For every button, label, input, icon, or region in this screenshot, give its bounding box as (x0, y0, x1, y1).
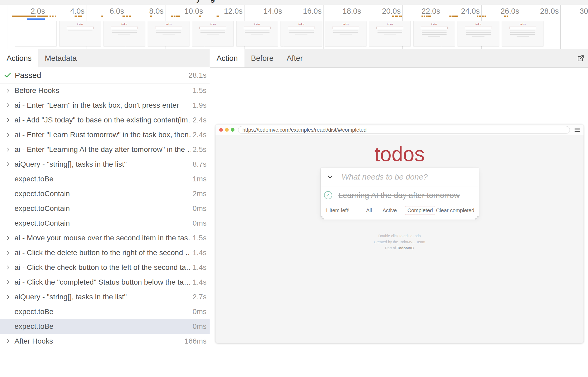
action-time-mark (485, 16, 486, 17)
action-row[interactable]: After Hooks166ms (0, 334, 210, 349)
action-row[interactable]: ai - Click the delete button to the righ… (0, 245, 210, 260)
action-row[interactable]: expect.toContain2ms (0, 186, 210, 201)
tab-after-label: After (287, 54, 303, 63)
action-row[interactable]: expect.toBe0ms (0, 304, 210, 319)
open-snapshot-button[interactable] (574, 49, 588, 67)
action-row[interactable]: expect.toBe1ms (0, 172, 210, 186)
browser-chrome: https://todomvc.com/examples/react/dist/… (215, 125, 584, 135)
action-time-mark (50, 16, 51, 17)
thumbnail-app-title: todos (210, 23, 216, 26)
address-bar[interactable]: https://todomvc.com/examples/react/dist/… (238, 126, 570, 134)
tab-action[interactable]: Action (210, 49, 244, 67)
tabbar-spacer (309, 49, 574, 67)
filmstrip-thumbnail[interactable]: todos (458, 21, 499, 46)
action-row-label: After Hooks (14, 337, 182, 345)
action-time-mark (53, 16, 54, 17)
filmstrip-thumbnail[interactable]: todos (369, 21, 411, 46)
action-time-mark (126, 16, 128, 17)
action-row-duration: 1.4s (193, 249, 207, 257)
actions-panel: Actions Metadata Passed 28.1s Before Hoo… (0, 49, 210, 377)
action-row-label: ai - Enter "Learn Rust tomorrow" in the … (14, 131, 190, 139)
action-time-mark (477, 16, 478, 17)
filmstrip-thumbnail[interactable]: todos (148, 21, 189, 46)
action-row[interactable]: ai - Enter "Learn Rust tomorrow" in the … (0, 127, 210, 142)
action-time-mark (171, 16, 173, 17)
filmstrip-thumbnail[interactable]: todos (281, 21, 322, 46)
tab-before-label: Before (251, 54, 273, 63)
filmstrip-thumbnail[interactable]: todos (104, 21, 145, 46)
thumbnail-app-title: todos (476, 23, 481, 26)
toggle-all-button[interactable] (326, 173, 334, 181)
tab-after[interactable]: After (280, 49, 309, 67)
action-time-mark (479, 16, 481, 17)
test-status-duration: 28.1s (189, 71, 207, 80)
menu-icon[interactable] (575, 128, 580, 132)
selected-action-time-bar (27, 18, 45, 20)
filmstrip-thumbnail[interactable]: todos (325, 21, 366, 46)
action-row[interactable]: ai - Click the "completed" Status button… (0, 275, 210, 290)
action-row-label: ai - Click the delete button to the righ… (14, 249, 190, 257)
action-row-duration: 2.7s (193, 293, 207, 301)
filter-active[interactable]: Active (380, 206, 399, 215)
filmstrip-thumbnail[interactable]: todos (236, 21, 278, 46)
action-time-mark (129, 16, 131, 17)
chevron-down-icon (326, 173, 334, 181)
action-row[interactable]: ai - Move your mouse over the second ite… (0, 231, 210, 245)
todo-item-label[interactable]: Learning AI the day after tomorrow (339, 191, 460, 200)
filmstrip-thumbnail[interactable]: todos (192, 21, 234, 46)
browser-snapshot: https://todomvc.com/examples/react/dist/… (215, 125, 584, 343)
action-row-duration: 0ms (193, 322, 207, 331)
action-row[interactable]: ai - Enter "Learn" in the task box, don'… (0, 98, 210, 113)
filter-all[interactable]: All (364, 206, 374, 215)
test-status-row[interactable]: Passed 28.1s (0, 67, 210, 83)
action-row[interactable]: ai - Click the check button to the left … (0, 260, 210, 275)
action-time-mark (176, 16, 178, 17)
todo-footer: 1 item left! All Active Completed Clear … (321, 204, 479, 216)
tab-actions[interactable]: Actions (0, 49, 38, 67)
action-row[interactable]: expect.toContain0ms (0, 201, 210, 216)
filmstrip-thumbnail[interactable] (15, 21, 57, 46)
timeline-tick-label: 30.0s (567, 7, 588, 16)
filmstrip-thumbnail[interactable]: todos (59, 21, 101, 46)
filmstrip-thumbnail[interactable]: todos (502, 21, 543, 46)
action-row[interactable]: Before Hooks1.5s (0, 83, 210, 98)
action-time-mark (454, 16, 456, 17)
action-row[interactable]: expect.toContain0ms (0, 216, 210, 231)
timeline-tick-label: 24.0s (448, 7, 480, 16)
minimize-window-icon (225, 128, 229, 132)
action-time-mark (217, 16, 219, 17)
timeline-ruler[interactable]: 2.0s4.0s6.0s8.0s10.0s12.0s14.0s16.0s18.0… (0, 5, 588, 49)
action-time-mark (456, 16, 458, 17)
action-row[interactable]: expect.toBe0ms (0, 319, 210, 334)
action-row[interactable]: ai - Add "JS today" to base on the exist… (0, 113, 210, 127)
action-row[interactable]: ai - Enter "Learning AI the day after to… (0, 142, 210, 157)
action-time-mark (424, 16, 425, 17)
external-link-icon (577, 55, 584, 62)
action-row-label: expect.toContain (14, 219, 190, 227)
left-tabbar: Actions Metadata (0, 49, 210, 68)
chevron-right-icon (5, 117, 14, 123)
action-row[interactable]: aiQuery - "string[], tasks in the list"8… (0, 157, 210, 172)
action-time-mark (392, 16, 394, 17)
tab-metadata[interactable]: Metadata (38, 49, 83, 67)
action-row-label: ai - Enter "Learning AI the day after to… (14, 145, 190, 154)
filmstrip-thumbnail[interactable]: todos (413, 21, 455, 46)
tab-metadata-label: Metadata (45, 54, 77, 63)
action-row-label: ai - Move your mouse over the second ite… (14, 234, 190, 242)
action-time-mark (178, 16, 180, 17)
todomvc-brand[interactable]: TodoMVC (397, 246, 414, 250)
todo-card: What needs to be done? ✓ Learning AI the… (321, 168, 479, 216)
todo-completed-checkbox[interactable]: ✓ (324, 191, 332, 199)
filter-completed[interactable]: Completed (405, 206, 435, 215)
action-time-mark (101, 16, 103, 17)
action-row-label: expect.toContain (14, 190, 190, 198)
action-row[interactable]: aiQuery - "string[], tasks in the list"2… (0, 290, 210, 304)
trace-viewer: y g 2.0s4.0s6.0s8.0s10.0s12.0s14.0s16.0s… (0, 0, 588, 377)
chevron-right-icon (5, 294, 14, 300)
action-time-mark (395, 16, 396, 17)
chevron-right-icon (5, 161, 14, 167)
action-time-mark (483, 16, 484, 17)
tab-before[interactable]: Before (244, 49, 280, 67)
card-stack-edge (324, 218, 476, 220)
new-todo-input[interactable]: What needs to be done? (342, 172, 428, 181)
